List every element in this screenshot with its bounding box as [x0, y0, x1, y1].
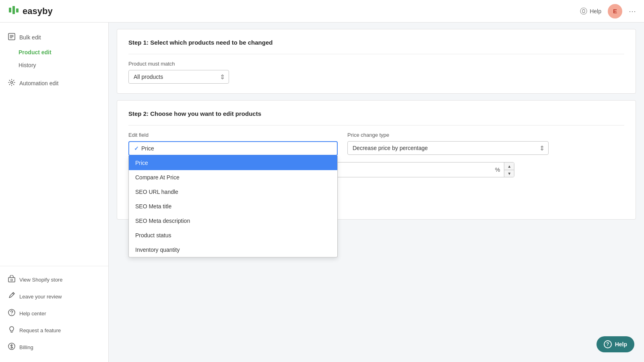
price-change-select[interactable]: Decrease price by percentage Increase pr… [347, 141, 549, 155]
sidebar-item-billing[interactable]: Billing [0, 339, 108, 356]
lightbulb-icon [8, 326, 15, 335]
header: easyby ⓪ Help E ⋯ [0, 0, 644, 23]
request-feature-label: Request a feature [19, 327, 61, 333]
floating-help-label: Help [615, 341, 627, 348]
sidebar-item-history[interactable]: History [0, 59, 108, 72]
step2-fields-row: Edit field ✓ Price Price Compare At Pric… [128, 132, 624, 156]
sidebar-item-help-center[interactable]: Help center [0, 305, 108, 322]
view-shopify-label: View Shopify store [19, 277, 62, 283]
step2-card: Step 2: Choose how you want to edit prod… [117, 100, 636, 220]
menu-dots[interactable]: ⋯ [629, 7, 636, 16]
svg-rect-6 [11, 279, 12, 281]
percent-symbol: % [491, 163, 504, 176]
svg-point-4 [11, 82, 13, 84]
step1-card: Step 1: Select which products need to be… [117, 29, 636, 94]
sidebar-bulk-edit-label: Bulk edit [19, 34, 41, 41]
logo-label: easyby [23, 6, 53, 16]
sidebar-top: Bulk edit Product edit History Automatio… [0, 29, 108, 92]
sidebar: Bulk edit Product edit History Automatio… [0, 23, 109, 362]
step2-title: Step 2: Choose how you want to edit prod… [128, 110, 624, 117]
spinner-up-button[interactable]: ▲ [504, 162, 514, 170]
billing-label: Billing [19, 344, 33, 350]
product-match-select-wrapper: All products Specific products Collectio… [128, 70, 229, 84]
svg-rect-1 [12, 6, 15, 14]
header-right: ⓪ Help E ⋯ [580, 4, 636, 19]
sidebar-item-product-edit[interactable]: Product edit [0, 46, 108, 59]
dropdown-trigger[interactable]: ✓ Price [128, 141, 338, 156]
spinner-buttons: ▲ ▼ [504, 162, 514, 177]
avatar[interactable]: E [608, 4, 622, 19]
logo: easyby [8, 4, 53, 18]
price-change-select-wrapper: Decrease price by percentage Increase pr… [347, 141, 549, 155]
help-button[interactable]: ⓪ Help [580, 6, 601, 16]
dropdown-selected-label: Price [141, 145, 154, 152]
edit-field-label: Edit field [128, 132, 338, 138]
sidebar-item-automation-edit[interactable]: Automation edit [0, 75, 108, 92]
dollar-icon [8, 343, 15, 352]
sidebar-item-view-shopify[interactable]: View Shopify store [0, 271, 108, 288]
dropdown-item-seo-meta-desc[interactable]: SEO Meta description [129, 214, 337, 228]
sidebar-item-bulk-edit[interactable]: Bulk edit [0, 29, 108, 46]
svg-point-8 [11, 314, 12, 315]
svg-rect-0 [9, 8, 11, 12]
dropdown-item-seo-meta-title[interactable]: SEO Meta title [129, 199, 337, 214]
sidebar-bottom: View Shopify store Leave your review [0, 266, 108, 356]
dropdown-item-seo-url[interactable]: SEO URL handle [129, 185, 337, 199]
layout: Bulk edit Product edit History Automatio… [0, 23, 644, 362]
floating-help-button[interactable]: ? Help [597, 336, 634, 352]
help-center-label: Help center [19, 311, 46, 317]
store-icon [8, 275, 15, 284]
price-change-group: Price change type Decrease price by perc… [347, 132, 549, 155]
logo-icon [8, 4, 19, 18]
product-match-select[interactable]: All products Specific products Collectio… [128, 70, 229, 84]
dropdown-item-inventory-qty[interactable]: Inventory quantity [129, 243, 337, 257]
dropdown-list: Price Compare At Price SEO URL handle SE… [128, 156, 338, 257]
product-match-label: Product must match [128, 61, 624, 67]
svg-rect-5 [8, 278, 15, 282]
svg-rect-2 [16, 8, 19, 12]
help-question-icon: ⓪ [580, 6, 587, 16]
pencil-icon [8, 292, 15, 301]
dropdown-item-compare-at-price[interactable]: Compare At Price [129, 170, 337, 185]
dropdown-item-product-status[interactable]: Product status [129, 228, 337, 243]
step1-title: Step 1: Select which products need to be… [128, 39, 624, 46]
edit-field-dropdown: ✓ Price Price Compare At Price SEO URL h… [128, 141, 338, 156]
price-change-label: Price change type [347, 132, 549, 138]
spinner-down-button[interactable]: ▼ [504, 170, 514, 177]
main-content: Step 1: Select which products need to be… [109, 23, 644, 362]
floating-help-icon: ? [604, 340, 612, 348]
gear-icon [8, 79, 15, 88]
dropdown-item-price[interactable]: Price [129, 156, 337, 170]
help-label: Help [590, 8, 601, 14]
edit-icon [8, 33, 15, 42]
sidebar-automation-edit-label: Automation edit [19, 80, 58, 86]
sidebar-item-leave-review[interactable]: Leave your review [0, 288, 108, 305]
leave-review-label: Leave your review [19, 294, 62, 300]
dropdown-check: ✓ [134, 145, 139, 152]
question-icon [8, 309, 15, 318]
sidebar-item-request-feature[interactable]: Request a feature [0, 322, 108, 339]
edit-field-group: Edit field ✓ Price Price Compare At Pric… [128, 132, 338, 156]
